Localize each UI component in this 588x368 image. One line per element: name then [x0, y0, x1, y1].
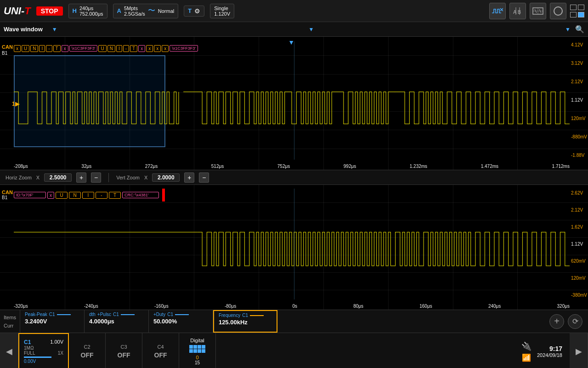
meas-peak-peak[interactable]: Peak-Peak C1 3.2400V	[20, 310, 85, 333]
gs-rate: 2.5GSa/s	[124, 11, 145, 17]
digital-count: 0	[196, 355, 198, 360]
channel-c3[interactable]: C3 OFF	[106, 333, 142, 368]
horiz-zoom-val[interactable]: 2.5000	[44, 173, 72, 182]
next-channel-btn[interactable]: ▶	[570, 333, 588, 368]
lower-decode-x: x	[47, 192, 54, 199]
upper-channel-label: CAN	[2, 44, 13, 50]
digital-cell-5	[193, 349, 197, 353]
decode-token-10: I	[116, 45, 122, 52]
channel-bar: ◀ C1 1.00V 1MΩ FULL 1X 0.00V C2 OFF C3 O…	[0, 333, 588, 368]
horiz-zoom-minus[interactable]: −	[91, 172, 101, 183]
c2-state: OFF	[81, 351, 94, 359]
lower-y-label-4: 620mV	[571, 259, 587, 264]
layout-btn-tr[interactable]	[578, 5, 584, 10]
upper-decode-bar: x U N I - T x \x1C3FF3F3' U N I - T x x …	[14, 43, 570, 53]
vert-zoom-label: Vert Zoom	[116, 175, 140, 180]
waveform-btn[interactable]	[489, 3, 506, 19]
lower-x-label-3: -80μs	[225, 304, 236, 309]
acq-mode: Normal	[158, 8, 174, 14]
decode-token-5: T	[53, 45, 61, 52]
add-meas-btn[interactable]: +	[549, 314, 564, 329]
c1-impedance: 1MΩ	[24, 345, 63, 351]
channel-c2[interactable]: C2 OFF	[69, 333, 106, 368]
zoom-out-icon[interactable]: 🔍	[575, 25, 584, 34]
wave-window-dropdown-arrow[interactable]: ▼	[52, 26, 57, 33]
digital-label: Digital	[190, 338, 204, 343]
digital-cell-6	[198, 349, 201, 353]
lower-y-label-6: -380mV	[571, 293, 587, 298]
c3-state: OFF	[118, 351, 130, 359]
circle-btn[interactable]	[550, 3, 566, 19]
decode-token-6: x	[62, 45, 68, 52]
c1-bandwidth: FULL	[24, 351, 35, 356]
channel-c1[interactable]: C1 1.00V 1MΩ FULL 1X 0.00V	[18, 333, 69, 368]
meas-duty[interactable]: +Duty C1 50.000%	[149, 310, 213, 333]
digital-cell-2	[198, 345, 201, 349]
lower-x-label-8: 320μs	[557, 304, 570, 309]
cursor-marker	[162, 189, 165, 201]
channel-digital[interactable]: Digital 0 15	[179, 333, 216, 368]
brand-logo: UNI-T	[4, 5, 31, 17]
decode-token-15: x	[154, 45, 161, 52]
c2-label: C2	[84, 344, 90, 350]
trigger-mode: Single	[214, 6, 230, 11]
x-label-8: 1.712ms	[552, 164, 570, 169]
clock-display: 9:17 2024/09/18	[537, 345, 562, 358]
sample-rate: 5Mpts	[124, 6, 145, 11]
vert-zoom-val[interactable]: 2.0000	[152, 173, 180, 182]
lower-decode-t: T	[109, 192, 121, 199]
refresh-meas-btn[interactable]: ⟳	[568, 314, 582, 329]
items-label: Items	[4, 315, 16, 320]
prev-channel-btn[interactable]: ◀	[0, 333, 18, 368]
meas-buttons: + ⟳	[544, 310, 588, 333]
channel-c4[interactable]: C4 OFF	[142, 333, 179, 368]
meas-peak-line	[57, 314, 71, 315]
lower-decode-n: N	[69, 192, 81, 199]
vert-zoom-plus[interactable]: +	[184, 172, 194, 183]
x-label-7: 1.472ms	[481, 164, 498, 169]
svg-point-10	[554, 7, 562, 15]
usb-wifi-icons: 🔌 📶	[521, 341, 531, 362]
horiz-zoom-plus[interactable]: +	[76, 172, 86, 183]
meas-duty-val: 50.000%	[153, 318, 208, 325]
x-label-5: 992μs	[344, 164, 356, 169]
meas-dth-val: 4.0000μs	[89, 318, 144, 325]
upper-osc-area: ▼ CAN B1 x U N I - T x \x1C3FF3F3' U N I…	[0, 37, 588, 170]
digital-cell-7	[202, 349, 205, 353]
c1-waveform-icon	[24, 356, 51, 358]
lower-decode-dash: -	[96, 192, 107, 199]
measurements-bar: Items Curr Peak-Peak C1 3.2400V dth +Pul…	[0, 310, 588, 333]
meas-frequency[interactable]: Frequency C1 125.00kHz	[213, 310, 277, 333]
x-label-3: 512μs	[211, 164, 224, 169]
lower-x-label-0: -320μs	[14, 304, 28, 309]
y-label-4: 120mV	[571, 116, 587, 121]
upper-waveform-svg	[14, 55, 570, 161]
c1-probe: 1X	[58, 351, 63, 356]
layout-btn-bl[interactable]	[570, 12, 577, 17]
vert-zoom-minus[interactable]: −	[199, 172, 209, 183]
lower-y-label-5: 120mV	[571, 276, 587, 281]
decode-token-8: U	[98, 45, 106, 52]
layout-btn-br[interactable]	[578, 12, 584, 17]
measure-btn[interactable]	[530, 3, 546, 19]
h-position: 752.000μs	[79, 11, 103, 17]
meas-peak-label: Peak-Peak C1	[25, 312, 79, 317]
meas-freq-label: Frequency C1	[219, 313, 272, 318]
horiz-zoom-x: X	[36, 175, 40, 180]
meas-dth[interactable]: dth +Pulsc C1 4.0000μs	[85, 310, 149, 333]
digital-cell-4	[189, 349, 193, 353]
meas-freq-line	[250, 315, 264, 316]
meas-peak-val: 3.2400V	[25, 318, 79, 325]
top-bar: UNI-T STOP H 240μs 752.000μs A 5Mpts 2.5…	[0, 0, 588, 22]
brand-prefix: UNI-	[4, 5, 24, 17]
layout-btn-tl[interactable]	[570, 5, 577, 10]
cursor-btn[interactable]: A B	[509, 3, 526, 19]
stop-badge: STOP	[36, 6, 63, 16]
wifi-icon: 📶	[522, 353, 531, 362]
lower-x-label-1: -240μs	[84, 304, 98, 309]
y-label-5: -880mV	[571, 134, 587, 139]
h-label: H	[73, 7, 77, 14]
lower-x-label-2: -160μs	[154, 304, 169, 309]
lower-x-labels: -320μs -240μs -160μs -80μs 0s 80μs 160μs…	[14, 304, 570, 309]
decode-token-9: N	[107, 45, 115, 52]
